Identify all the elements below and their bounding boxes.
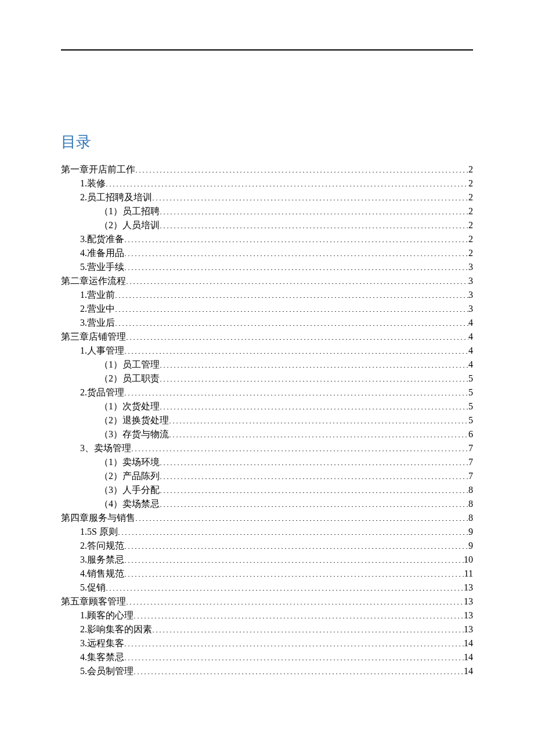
toc-entry-page: 2 (468, 204, 473, 218)
toc-entry[interactable]: 5.营业手续3 (61, 260, 473, 274)
toc-entry-text: 2.影响集客的因素 (80, 622, 152, 636)
toc-entry[interactable]: 3.服务禁忌10 (61, 553, 473, 567)
toc-entry-text: 3.配货准备 (80, 232, 124, 246)
toc-entry[interactable]: （1）次货处理5 (61, 399, 473, 413)
toc-entry[interactable]: （2）产品陈列7 (61, 469, 473, 483)
toc-entry-page: 3 (468, 274, 473, 288)
toc-leader-dots (124, 233, 468, 242)
toc-entry-text: 第三章店铺管理 (61, 330, 126, 344)
toc-entry[interactable]: （1）卖场环境7 (61, 455, 473, 469)
toc-leader-dots (126, 330, 468, 340)
toc-entry-page: 7 (468, 469, 473, 483)
toc-entry-text: 1.装修 (80, 177, 106, 190)
toc-entry[interactable]: 3、卖场管理7 (61, 441, 473, 455)
toc-entry-page: 13 (464, 622, 473, 636)
toc-entry[interactable]: 1.人事管理4 (61, 344, 473, 358)
toc-entry[interactable]: （2）员工职责5 (61, 372, 473, 386)
toc-entry[interactable]: 2.影响集客的因素13 (61, 622, 473, 636)
toc-entry-page: 13 (464, 609, 473, 622)
toc-entry[interactable]: 3.配货准备2 (61, 232, 473, 246)
toc-entry[interactable]: （1）员工招聘2 (61, 204, 473, 218)
toc-entry-text: 4.销售规范 (80, 567, 124, 581)
toc-entry[interactable]: （2）退换货处理5 (61, 413, 473, 427)
header-rule (61, 49, 473, 51)
toc-leader-dots (152, 623, 464, 632)
toc-entry-page: 8 (468, 497, 473, 511)
toc-entry[interactable]: 5.促销13 (61, 581, 473, 595)
toc-entry[interactable]: 1.营业前3 (61, 288, 473, 302)
toc-entry-page: 8 (468, 483, 473, 497)
toc-entry[interactable]: （3）存货与物流6 (61, 427, 473, 441)
toc-entry-page: 10 (464, 553, 473, 567)
toc-leader-dots (169, 428, 468, 437)
toc-leader-dots (124, 261, 468, 270)
toc-entry-text: 2.货品管理 (80, 386, 124, 399)
toc-leader-dots (131, 442, 468, 451)
toc-entry-page: 9 (468, 525, 473, 539)
toc-entry-page: 2 (468, 177, 473, 190)
toc-entry[interactable]: （3）人手分配8 (61, 483, 473, 497)
toc-entry-page: 2 (468, 190, 473, 204)
toc-entry-page: 5 (468, 372, 473, 386)
toc-entry[interactable]: （1）员工管理4 (61, 358, 473, 372)
toc-entry-text: 第五章顾客管理 (61, 595, 126, 609)
toc-leader-dots (124, 539, 468, 549)
toc-entry-text: 3.营业后 (80, 316, 115, 330)
toc-leader-dots (152, 191, 468, 200)
toc-entry[interactable]: 第二章运作流程3 (61, 274, 473, 288)
toc-entry-text: 1.营业前 (80, 288, 115, 302)
toc-leader-dots (115, 303, 468, 312)
toc-entry-text: 3.服务禁忌 (80, 553, 124, 567)
toc-entry[interactable]: 3.远程集客14 (61, 636, 473, 650)
toc-entry[interactable]: 第三章店铺管理4 (61, 330, 473, 344)
toc-entry[interactable]: 2.答问规范9 (61, 539, 473, 553)
toc-entry-text: （3）人手分配 (99, 483, 160, 497)
toc-leader-dots (124, 247, 468, 256)
toc-entry[interactable]: 2.员工招聘及培训2 (61, 190, 473, 204)
toc-entry[interactable]: 第五章顾客管理13 (61, 595, 473, 609)
toc-leader-dots (106, 581, 464, 591)
toc-entry-text: 第二章运作流程 (61, 274, 126, 288)
toc-entry-page: 5 (468, 399, 473, 413)
toc-entry[interactable]: 3.营业后4 (61, 316, 473, 330)
toc-title: 目录 (61, 132, 473, 152)
toc-leader-dots (160, 358, 468, 368)
toc-leader-dots (160, 456, 468, 465)
toc-entry-page: 2 (468, 218, 473, 232)
toc-leader-dots (124, 651, 464, 660)
toc-entry[interactable]: 4.准备用品2 (61, 246, 473, 260)
toc-entry[interactable]: 第四章服务与销售8 (61, 511, 473, 525)
toc-entry[interactable]: 1.装修2 (61, 177, 473, 190)
toc-entry[interactable]: 2.营业中3 (61, 302, 473, 316)
toc-entry-text: 第一章开店前工作 (61, 163, 135, 177)
toc-entry-page: 5 (468, 413, 473, 427)
toc-entry[interactable]: 1.5S 原则9 (61, 525, 473, 539)
toc-leader-dots (124, 386, 468, 395)
toc-entry-text: （1）员工招聘 (99, 204, 160, 218)
toc-entry[interactable]: 4.集客禁忌14 (61, 650, 473, 664)
toc-entry-page: 6 (468, 427, 473, 441)
toc-leader-dots (160, 484, 468, 493)
toc-entry[interactable]: （4）卖场禁忌8 (61, 497, 473, 511)
toc-entry[interactable]: 第一章开店前工作2 (61, 163, 473, 177)
toc-entry-text: （1）员工管理 (99, 358, 160, 372)
toc-entry-page: 11 (464, 567, 473, 581)
toc-entry-text: 第四章服务与销售 (61, 511, 135, 525)
toc-entry-page: 14 (464, 664, 473, 678)
toc-entry[interactable]: 4.销售规范11 (61, 567, 473, 581)
toc-leader-dots (126, 275, 468, 284)
toc-leader-dots (124, 567, 464, 577)
toc-entry[interactable]: 2.货品管理5 (61, 386, 473, 399)
toc-entry-text: 3、卖场管理 (80, 441, 131, 455)
toc-leader-dots (135, 163, 468, 172)
toc-entry-page: 7 (468, 455, 473, 469)
toc-entry-page: 2 (468, 246, 473, 260)
toc-entry-page: 5 (468, 386, 473, 399)
toc-leader-dots (160, 498, 468, 507)
toc-entry-text: 5.营业手续 (80, 260, 124, 274)
toc-entry[interactable]: 5.会员制管理14 (61, 664, 473, 678)
toc-entry[interactable]: 1.顾客的心理13 (61, 609, 473, 622)
toc-leader-dots (124, 553, 464, 563)
toc-entry-text: 5.促销 (80, 581, 106, 595)
toc-entry[interactable]: （2）人员培训2 (61, 218, 473, 232)
